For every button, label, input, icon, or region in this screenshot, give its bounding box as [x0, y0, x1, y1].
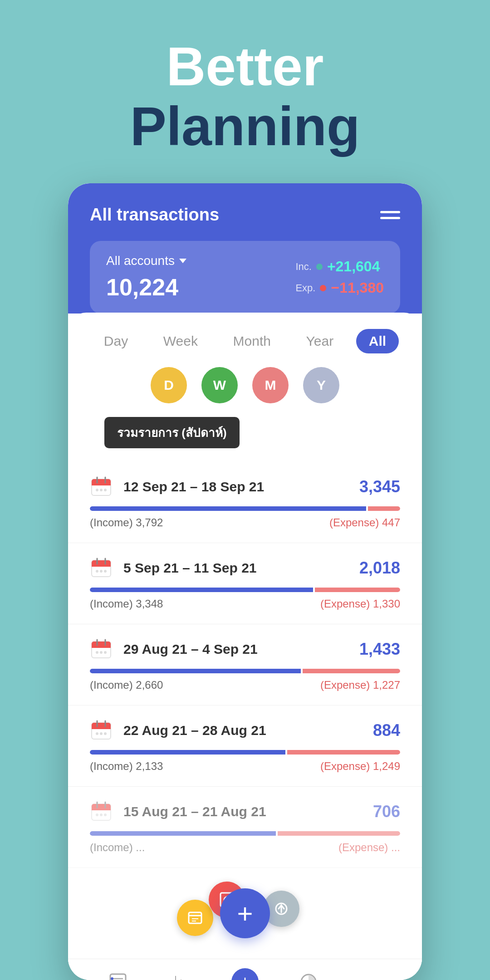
transaction-sub: (Income) 2,660 (Expense) 1,227	[90, 679, 400, 691]
transaction-sub: (Income) 2,133 (Expense) 1,249	[90, 760, 400, 773]
section-badge: รวมรายการ (สัปดาห์)	[104, 417, 240, 448]
expense-stat-row: Exp. −11,380	[295, 279, 384, 296]
income-label: Inc.	[295, 261, 311, 273]
tab-day[interactable]: Day	[91, 329, 141, 353]
transaction-top-row: 22 Aug 21 – 28 Aug 21 884	[90, 719, 400, 742]
tab-week[interactable]: Week	[151, 329, 211, 353]
expense-bar	[368, 506, 400, 511]
expense-sub-label: (Expense) ...	[338, 841, 400, 854]
nav-add[interactable]: +	[227, 968, 263, 980]
fab-budget-button[interactable]	[177, 900, 213, 936]
transaction-sub: (Income) 3,348 (Expense) 1,330	[90, 598, 400, 610]
transaction-amount: 884	[373, 721, 400, 740]
transaction-bar	[90, 588, 400, 592]
letter-tab-w[interactable]: W	[201, 367, 238, 403]
transaction-date: 5 Sep 21 – 11 Sep 21	[123, 560, 257, 576]
account-selector[interactable]: All accounts	[106, 254, 186, 268]
svg-rect-10	[92, 565, 111, 567]
tab-all[interactable]: All	[356, 329, 399, 353]
page-title: All transactions	[90, 205, 219, 225]
nav-chart[interactable]	[290, 968, 327, 980]
income-value: +21,604	[327, 258, 380, 275]
transaction-item[interactable]: 22 Aug 21 – 28 Aug 21 884 (Income) 2,133…	[68, 706, 422, 787]
svg-rect-18	[92, 646, 111, 648]
transaction-left: 12 Sep 21 – 18 Sep 21	[90, 475, 264, 498]
transaction-top-row: 29 Aug 21 – 4 Sep 21 1,433	[90, 638, 400, 661]
nav-budget[interactable]	[163, 968, 200, 980]
svg-rect-2	[92, 484, 111, 485]
income-sub-label: (Income) 3,348	[90, 598, 163, 610]
letter-tab-m[interactable]: M	[252, 367, 289, 403]
expense-sub-label: (Expense) 1,330	[320, 598, 400, 610]
chart-nav-icon	[298, 971, 319, 980]
calendar-icon	[90, 475, 113, 498]
calendar-icon	[90, 719, 113, 742]
expense-bar	[315, 588, 400, 592]
hamburger-line	[380, 211, 400, 213]
svg-point-6	[100, 489, 103, 491]
transaction-date: 29 Aug 21 – 4 Sep 21	[123, 642, 258, 657]
expense-bar	[278, 831, 400, 836]
transaction-top-row: 15 Aug 21 – 21 Aug 21 706	[90, 800, 400, 823]
letter-tab-y[interactable]: Y	[303, 367, 339, 403]
phone-frame: All transactions All accounts 10,224 Inc…	[68, 183, 422, 980]
more-nav-icon	[362, 971, 382, 980]
income-bar	[90, 588, 313, 592]
svg-point-39	[104, 813, 107, 816]
transaction-amount: 1,433	[359, 640, 400, 659]
income-sub-label: (Income) 2,660	[90, 679, 163, 691]
app-content: Day Week Month Year All D W M Y รวมรายกา…	[68, 313, 422, 980]
budget-nav-icon	[171, 971, 192, 980]
account-card: All accounts 10,224 Inc. +21,604 Exp. −1…	[90, 241, 400, 314]
transaction-bar	[90, 669, 400, 673]
fab-area: +	[68, 868, 422, 959]
svg-point-15	[104, 570, 107, 573]
transaction-item[interactable]: 15 Aug 21 – 21 Aug 21 706 (Income) ... (…	[68, 787, 422, 868]
income-bar	[90, 506, 366, 511]
expense-sub-label: (Expense) 1,249	[320, 760, 400, 773]
transaction-item[interactable]: 12 Sep 21 – 18 Sep 21 3,345 (Income) 3,7…	[68, 462, 422, 543]
transaction-left: 29 Aug 21 – 4 Sep 21	[90, 638, 258, 661]
account-info: All accounts 10,224	[106, 254, 186, 301]
transaction-amount: 2,018	[359, 559, 400, 578]
hero-better: Better	[130, 36, 360, 96]
expense-bar	[287, 750, 400, 755]
income-sub-label: (Income) 3,792	[90, 516, 163, 529]
transaction-top-row: 5 Sep 21 – 11 Sep 21 2,018	[90, 557, 400, 579]
transaction-sub: (Income) 3,792 (Expense) 447	[90, 516, 400, 529]
transaction-item[interactable]: 5 Sep 21 – 11 Sep 21 2,018 (Income) 3,34…	[68, 543, 422, 624]
svg-point-31	[104, 732, 107, 735]
svg-point-29	[96, 732, 98, 735]
transaction-date: 12 Sep 21 – 18 Sep 21	[123, 479, 264, 495]
svg-point-7	[104, 489, 107, 491]
transaction-top-row: 12 Sep 21 – 18 Sep 21 3,345	[90, 475, 400, 498]
income-dot	[316, 264, 323, 270]
fab-add-button[interactable]: +	[220, 888, 270, 938]
header-top: All transactions	[90, 205, 400, 225]
transaction-date: 15 Aug 21 – 21 Aug 21	[123, 804, 266, 819]
letter-tab-d[interactable]: D	[151, 367, 187, 403]
account-balance: 10,224	[106, 274, 186, 301]
income-bar	[90, 831, 276, 836]
hamburger-icon[interactable]	[380, 211, 400, 219]
svg-point-23	[104, 651, 107, 654]
calendar-icon	[90, 638, 113, 661]
svg-rect-40	[189, 912, 201, 923]
svg-point-38	[100, 813, 103, 816]
tab-year[interactable]: Year	[294, 329, 347, 353]
nav-transactions[interactable]	[100, 968, 136, 980]
svg-point-13	[96, 570, 98, 573]
tab-month[interactable]: Month	[220, 329, 284, 353]
share-icon	[272, 900, 290, 918]
transaction-date: 22 Aug 21 – 28 Aug 21	[123, 723, 266, 738]
hamburger-line	[380, 217, 400, 219]
expense-value: −11,380	[331, 279, 384, 296]
period-tabs: Day Week Month Year All	[68, 313, 422, 363]
income-sub-label: (Income) 2,133	[90, 760, 163, 773]
transaction-sub: (Income) ... (Expense) ...	[90, 841, 400, 854]
transaction-item[interactable]: 29 Aug 21 – 4 Sep 21 1,433 (Income) 2,66…	[68, 624, 422, 706]
nav-more[interactable]	[354, 968, 390, 980]
svg-point-37	[96, 813, 98, 816]
transaction-left: 15 Aug 21 – 21 Aug 21	[90, 800, 266, 823]
expense-label: Exp.	[295, 282, 315, 294]
